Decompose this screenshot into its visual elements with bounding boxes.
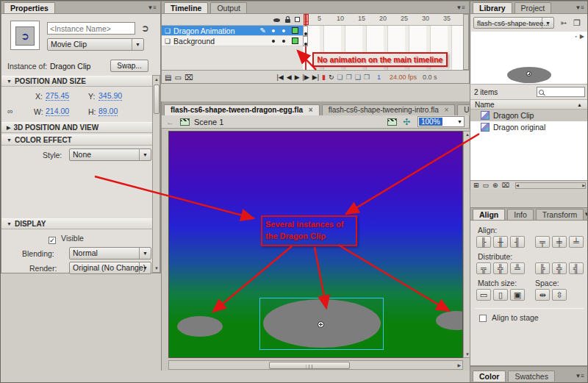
layer-dragon-animation[interactable]: ❏ Dragon Animation ✎ xyxy=(162,26,303,36)
modify-markers-icon[interactable]: ❒ xyxy=(364,74,370,81)
align-bottom-button[interactable]: ╧ xyxy=(569,236,584,248)
zoom-value[interactable]: 100% xyxy=(419,118,442,126)
tab-transform[interactable]: Transform xyxy=(536,209,584,220)
section-display[interactable]: ▼DISPLAY xyxy=(1,218,153,229)
keyframe-cell[interactable] xyxy=(303,26,308,36)
timeline-scrollbar[interactable] xyxy=(463,14,469,70)
outline-column-icon[interactable] xyxy=(295,17,300,22)
outline-color-swatch[interactable] xyxy=(292,27,298,34)
play-icon[interactable]: ▶ xyxy=(295,74,300,81)
step-forward-icon[interactable]: |▶ xyxy=(303,74,309,81)
section-position-size[interactable]: ▼POSITION AND SIZE xyxy=(1,76,153,87)
stage-hscrollbar[interactable]: ▶ xyxy=(168,360,463,370)
tab-properties[interactable]: Properties xyxy=(4,2,55,13)
tab-align[interactable]: Align xyxy=(473,209,505,220)
library-item-dragon-original[interactable]: Dragon original xyxy=(470,121,588,133)
loop-icon[interactable]: ↻ xyxy=(329,74,334,81)
match-height-button[interactable]: ▯ xyxy=(493,289,508,301)
link-width-height-icon[interactable]: ∞ xyxy=(7,107,13,115)
distribute-hcenter-button[interactable]: ╬ xyxy=(552,262,567,274)
tab-timeline[interactable]: Timeline xyxy=(164,2,208,13)
doc-tab-dragon-egg[interactable]: flash-cs6-shape-tween-dragon-egg.fla × xyxy=(164,104,320,115)
doc-tab-tweening-intro[interactable]: flash-cs6-shape-tweening-intro.fla × xyxy=(322,104,456,115)
align-hcenter-button[interactable]: ╫ xyxy=(493,236,508,248)
panel-menu-icon[interactable]: ▼≡ xyxy=(584,209,588,220)
distribute-right-button[interactable]: ╣ xyxy=(569,262,584,274)
align-left-button[interactable]: ╟ xyxy=(476,236,491,248)
pin-library-icon[interactable]: ➳ xyxy=(560,18,567,28)
library-search-input[interactable] xyxy=(546,87,578,96)
new-symbol-icon[interactable]: ⊞ xyxy=(473,182,479,189)
scene-name[interactable]: Scene 1 xyxy=(194,118,223,126)
close-icon[interactable]: × xyxy=(445,106,449,114)
space-vertical-button[interactable]: ⇳ xyxy=(552,289,567,301)
layer-name[interactable]: Background xyxy=(173,37,215,46)
stage-zoom-control[interactable]: 100% ▼ xyxy=(417,116,465,127)
x-value[interactable]: 275.45 xyxy=(46,91,69,101)
edit-multiple-frames-icon[interactable]: ❑ xyxy=(355,74,361,81)
goto-last-frame-icon[interactable]: ▶| xyxy=(312,74,319,81)
scroll-down-icon[interactable]: ▼ xyxy=(154,266,159,271)
h-value[interactable]: 89.00 xyxy=(98,107,118,116)
item-properties-icon[interactable]: ⊛ xyxy=(492,182,498,189)
align-right-button[interactable]: ╢ xyxy=(510,236,525,248)
y-value[interactable]: 345.90 xyxy=(98,91,122,101)
frame-rate-value[interactable]: 24.00 fps xyxy=(390,74,417,81)
section-color-effect[interactable]: ▼COLOR EFFECT xyxy=(1,135,153,146)
new-layer-icon[interactable]: ▤ xyxy=(165,74,171,82)
delete-item-icon[interactable]: ⌧ xyxy=(502,182,509,189)
match-width-button[interactable]: ▭ xyxy=(476,289,491,301)
visible-checkbox[interactable]: ✓ Visible xyxy=(49,234,84,244)
library-name-column-header[interactable]: Name ▲ xyxy=(470,99,588,110)
lock-dot[interactable] xyxy=(282,29,285,32)
instance-name-field[interactable] xyxy=(47,22,135,35)
visibility-dot[interactable] xyxy=(272,29,275,32)
scrollbar-thumb[interactable] xyxy=(269,362,350,369)
align-to-stage-checkbox[interactable]: Align to stage xyxy=(479,313,539,322)
tab-output[interactable]: Output xyxy=(210,2,247,13)
style-dropdown[interactable]: ▼ None xyxy=(69,148,151,161)
layer-background[interactable]: ❏ Background xyxy=(162,36,303,46)
close-icon[interactable]: × xyxy=(309,106,313,114)
onion-skin-icon[interactable]: ❏ xyxy=(337,74,343,81)
outline-color-swatch[interactable] xyxy=(292,37,298,44)
layer-name[interactable]: Dragon Animation xyxy=(173,26,234,35)
lock-dot[interactable] xyxy=(282,40,285,43)
library-hscrollbar[interactable]: ◀▶ xyxy=(515,182,586,189)
center-playhead-icon[interactable]: ▮ xyxy=(322,74,326,81)
lock-column-icon[interactable] xyxy=(285,19,290,23)
properties-scrollbar[interactable]: ▲ ▼ xyxy=(152,75,160,273)
tab-swatches[interactable]: Swatches xyxy=(508,371,555,382)
goto-first-frame-icon[interactable]: |◀ xyxy=(276,74,283,81)
swap-symbol-round-icon[interactable]: ➲ xyxy=(141,23,149,34)
new-folder-icon[interactable]: ▭ xyxy=(174,74,181,82)
align-top-button[interactable]: ╤ xyxy=(535,236,550,248)
distribute-vcenter-button[interactable]: ╬ xyxy=(493,262,508,274)
align-vmiddle-button[interactable]: ╪ xyxy=(552,236,567,248)
onion-outline-icon[interactable]: ❐ xyxy=(346,74,352,81)
w-value[interactable]: 214.00 xyxy=(46,107,69,116)
step-back-icon[interactable]: ◀ xyxy=(287,74,292,81)
scroll-right-icon[interactable]: ▶ xyxy=(457,362,461,368)
visibility-dot[interactable] xyxy=(272,40,275,43)
panel-menu-icon[interactable]: ▼≡ xyxy=(147,2,157,13)
library-item-dragon-clip[interactable]: Dragon Clip xyxy=(470,110,588,121)
panel-menu-icon[interactable]: ▼≡ xyxy=(575,2,584,13)
render-dropdown[interactable]: ▼ Original (No Change) xyxy=(69,262,151,274)
distribute-bottom-button[interactable]: ╩ xyxy=(510,262,525,274)
delete-layer-icon[interactable]: ⌧ xyxy=(184,74,193,82)
keyframe-cell[interactable] xyxy=(303,36,308,46)
tab-library[interactable]: Library xyxy=(473,2,512,13)
edit-scene-icon[interactable] xyxy=(387,118,397,126)
match-both-button[interactable]: ▣ xyxy=(510,289,525,301)
new-folder-icon[interactable]: ▭ xyxy=(483,182,490,189)
distribute-left-button[interactable]: ╠ xyxy=(535,262,550,274)
new-library-panel-icon[interactable]: ❐ xyxy=(573,18,581,28)
symbol-type-dropdown[interactable]: ▼ Movie Clip xyxy=(47,38,144,51)
section-3d-position[interactable]: ▶3D POSITION AND VIEW xyxy=(1,122,153,133)
dragon-clip-instance-right[interactable] xyxy=(436,311,463,330)
preview-play-icon[interactable]: ▶ xyxy=(580,33,584,40)
frame-ruler[interactable]: 1 5 10 15 20 25 30 35 xyxy=(303,14,465,26)
panel-menu-icon[interactable]: ▼≡ xyxy=(456,2,465,13)
library-document-dropdown[interactable]: ▼ flash-cs6-shape-twee... xyxy=(473,17,554,29)
